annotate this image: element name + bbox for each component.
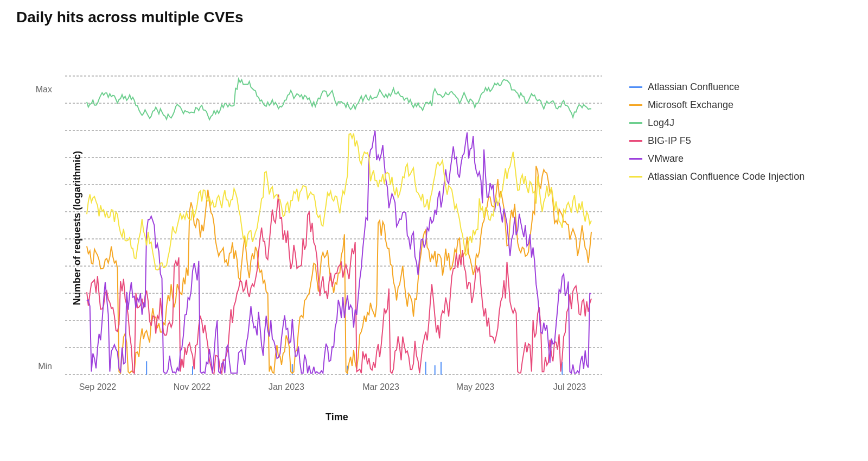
legend-label: Log4J — [648, 117, 674, 129]
legend-swatch — [629, 122, 642, 124]
legend: Atlassian ConfluenceMicrosoft ExchangeLo… — [629, 81, 805, 189]
legend-item: BIG-IP F5 — [629, 135, 805, 147]
x-tick-label: Jul 2023 — [553, 382, 586, 391]
chart-title: Daily hits across multiple CVEs — [16, 9, 244, 26]
legend-label: VMware — [648, 153, 684, 165]
series-line — [87, 131, 591, 374]
legend-item: VMware — [629, 153, 805, 165]
legend-item: Microsoft Exchange — [629, 99, 805, 111]
line-chart: MaxMin Sep 2022Nov 2022Jan 2023Mar 2023M… — [33, 65, 618, 402]
y-tick-label: Min — [38, 362, 52, 371]
legend-swatch — [629, 158, 642, 160]
legend-swatch — [629, 140, 642, 142]
x-tick-label: May 2023 — [456, 382, 494, 391]
y-tick-label: Max — [36, 85, 52, 94]
legend-item: Log4J — [629, 117, 805, 129]
x-tick-label: Sep 2022 — [79, 382, 117, 391]
x-tick-label: Jan 2023 — [269, 382, 304, 391]
x-tick-label: Nov 2022 — [174, 382, 211, 391]
series-line — [87, 134, 591, 270]
legend-item: Atlassian Confluence Code Injection — [629, 171, 805, 182]
series-line — [87, 79, 591, 120]
legend-item: Atlassian Confluence — [629, 81, 805, 93]
x-tick-label: Mar 2023 — [362, 382, 399, 391]
legend-label: BIG-IP F5 — [648, 135, 691, 147]
legend-label: Microsoft Exchange — [648, 99, 733, 111]
series-line — [146, 361, 562, 375]
legend-label: Atlassian Confluence Code Injection — [648, 171, 805, 182]
legend-swatch — [629, 104, 642, 106]
legend-swatch — [629, 86, 642, 88]
legend-label: Atlassian Confluence — [648, 81, 739, 93]
x-axis-label: Time — [326, 412, 348, 423]
legend-swatch — [629, 176, 642, 178]
